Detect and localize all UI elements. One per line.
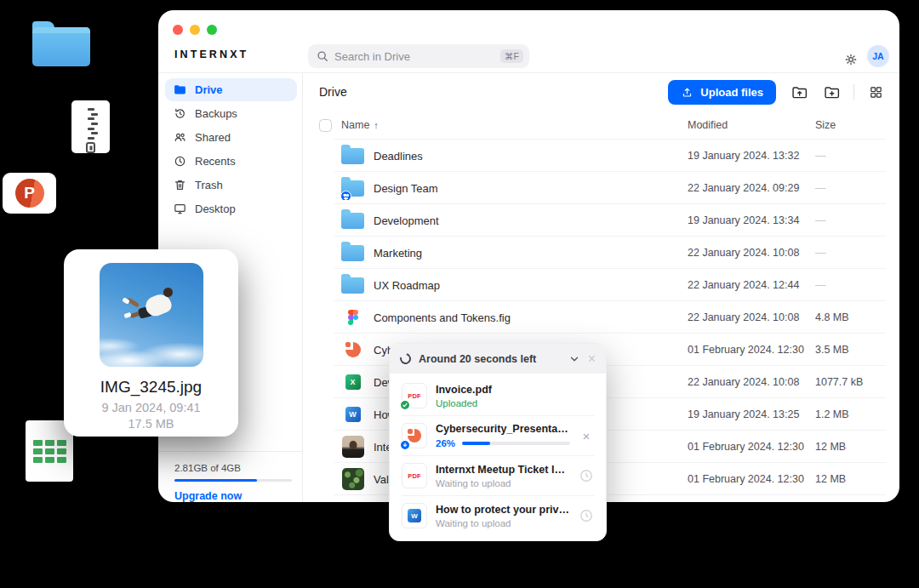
- file-size: 1077.7 kB: [815, 376, 886, 388]
- sort-asc-icon: ↑: [374, 120, 379, 130]
- search-input[interactable]: [334, 50, 500, 63]
- upload-status: Uploaded: [436, 398, 570, 408]
- file-modified: 19 January 2024. 13:25: [688, 408, 815, 420]
- upload-file-name: Cybersecurity_Presentation.ppt: [436, 423, 570, 435]
- cancel-upload-button[interactable]: ×: [583, 430, 591, 442]
- trash-icon: [173, 178, 187, 192]
- file-size: —: [815, 150, 886, 162]
- sidebar-item-trash[interactable]: Trash: [165, 174, 297, 197]
- collapse-chevron-icon[interactable]: [568, 353, 580, 365]
- upload-spinner-icon: [398, 351, 414, 367]
- folder-icon: [341, 277, 364, 294]
- storage-usage-bar: [174, 479, 292, 482]
- sidebar-item-drive[interactable]: Drive: [165, 78, 297, 101]
- table-row[interactable]: Marketing 22 January 2024. 10:08 —: [303, 237, 899, 269]
- file-name: Components and Tokens.fig: [374, 311, 511, 324]
- image-date: 9 Jan 2024, 09:41: [101, 401, 200, 414]
- window-header: INTERNXT ⌘F JA: [158, 10, 899, 73]
- file-modified: 22 January 2024. 12:44: [688, 279, 815, 291]
- upload-folder-button[interactable]: [791, 83, 808, 101]
- word-icon: W: [402, 503, 427, 528]
- folder-icon: [341, 213, 364, 229]
- powerpoint-file-icon[interactable]: P: [3, 173, 56, 214]
- upload-item: PDF Invoice.pdf Uploaded: [402, 376, 594, 415]
- column-header-name[interactable]: Name ↑: [341, 119, 688, 131]
- file-modified: 22 January 2024. 09:29: [688, 182, 815, 194]
- upload-files-button[interactable]: Upload files: [668, 80, 776, 105]
- column-header-size: Size: [815, 119, 886, 131]
- table-row[interactable]: Design Team 22 January 2024. 09:29 —: [303, 172, 899, 204]
- image-filename: IMG_3245.jpg: [100, 378, 202, 397]
- file-modified: 19 January 2024. 13:32: [688, 150, 815, 162]
- storage-usage: 2.81GB of 4GB Upgrade now: [158, 451, 302, 503]
- desktop-folder-icon[interactable]: [32, 27, 90, 66]
- spreadsheet-grid-icon: [33, 440, 66, 463]
- shared-badge-icon: [341, 191, 351, 200]
- file-modified: 19 January 2024. 13:34: [688, 214, 815, 226]
- table-row[interactable]: Components and Tokens.fig 22 January 202…: [303, 301, 899, 334]
- upload-status: Waiting to upload: [436, 518, 570, 528]
- close-icon[interactable]: ×: [588, 352, 596, 366]
- sidebar-item-label: Trash: [195, 179, 223, 191]
- word-icon: W: [345, 407, 361, 422]
- column-header-modified: Modified: [688, 119, 815, 131]
- excel-icon: X: [345, 374, 361, 390]
- uploaded-check-icon: [399, 399, 411, 411]
- file-size: —: [815, 182, 886, 194]
- image-preview-card[interactable]: IMG_3245.jpg 9 Jan 2024, 09:41 17.5 MB: [64, 249, 238, 437]
- new-folder-button[interactable]: [823, 83, 841, 101]
- avatar[interactable]: JA: [867, 45, 889, 67]
- file-size: —: [815, 214, 886, 226]
- upgrade-link[interactable]: Upgrade now: [174, 490, 288, 502]
- zipper-icon: [88, 107, 94, 140]
- select-all-checkbox[interactable]: [319, 119, 332, 132]
- grid-view-button[interactable]: [869, 85, 883, 100]
- zip-file-icon[interactable]: [71, 100, 110, 153]
- sidebar-item-label: Drive: [195, 83, 223, 96]
- file-size: 1.2 MB: [815, 408, 886, 420]
- sidebar-item-backups[interactable]: Backups: [165, 102, 297, 125]
- content-toolbar: Drive Upload files: [303, 73, 899, 111]
- upload-widget-title: Around 20 seconds left: [419, 353, 561, 365]
- file-size: —: [815, 247, 886, 259]
- sidebar-item-recents[interactable]: Recents: [165, 150, 297, 173]
- table-row[interactable]: Development 19 January 2024. 13:34 —: [303, 204, 899, 237]
- sidebar-item-label: Recents: [195, 155, 236, 168]
- monitor-icon: [173, 202, 187, 216]
- table-row[interactable]: UX Roadmap 22 January 2024. 12:44 —: [303, 269, 899, 301]
- file-modified: 01 February 2024. 12:30: [688, 344, 815, 356]
- file-name: Design Team: [374, 182, 438, 195]
- sidebar-item-shared[interactable]: Shared: [165, 126, 297, 149]
- toolbar-divider: [853, 84, 854, 100]
- settings-gear-icon[interactable]: [843, 52, 859, 67]
- upload-icon: [681, 86, 694, 99]
- file-size: 3.5 MB: [815, 344, 886, 356]
- figma-icon: [348, 310, 358, 325]
- upload-percent: 26%: [436, 438, 455, 448]
- brand-logo: INTERNXT: [174, 49, 248, 60]
- jumping-person-photo: [125, 287, 178, 334]
- file-modified: 01 February 2024. 12:30: [688, 473, 815, 485]
- upload-file-name: Internxt Meetup Ticket Info.pdf: [436, 464, 570, 476]
- upload-widget-header: Around 20 seconds left ×: [390, 344, 606, 374]
- table-row[interactable]: Deadlines 19 January 2024. 13:32 —: [303, 140, 899, 172]
- close-window-button[interactable]: [173, 25, 183, 35]
- sidebar-item-label: Desktop: [195, 203, 236, 215]
- sidebar-item-desktop[interactable]: Desktop: [165, 197, 297, 220]
- folder-icon: [173, 83, 187, 97]
- people-icon: [173, 130, 187, 145]
- zipper-pull-icon: [86, 142, 95, 153]
- waiting-clock-icon: [579, 469, 594, 482]
- upload-list: PDF Invoice.pdf Uploaded Cybersecurity_P…: [390, 374, 606, 540]
- file-size: —: [815, 279, 886, 291]
- search-shortcut-badge: ⌘F: [500, 49, 523, 63]
- file-name: Development: [374, 214, 439, 227]
- page-title: Drive: [319, 85, 347, 99]
- file-modified: 22 January 2024. 10:08: [688, 247, 815, 259]
- minimize-window-button[interactable]: [190, 25, 200, 35]
- traffic-lights: [173, 25, 217, 35]
- search-bar[interactable]: ⌘F: [308, 44, 529, 68]
- file-name: UX Roadmap: [374, 279, 440, 292]
- pdf-icon: PDF: [402, 383, 427, 408]
- zoom-window-button[interactable]: [207, 25, 217, 35]
